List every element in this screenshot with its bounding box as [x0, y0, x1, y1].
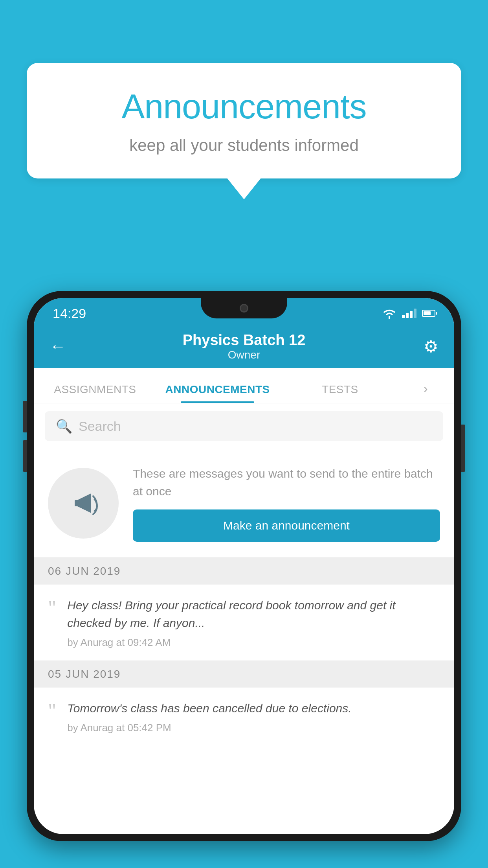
announcement-author-1: by Anurag at 09:42 AM [67, 636, 440, 649]
megaphone-circle [48, 468, 119, 539]
header-title-group: Physics Batch 12 Owner [78, 332, 410, 361]
tab-announcements[interactable]: ANNOUNCEMENTS [156, 383, 279, 403]
volume-down-button[interactable] [23, 440, 27, 472]
svg-rect-1 [75, 500, 79, 506]
user-role: Owner [78, 349, 410, 361]
batch-name: Physics Batch 12 [78, 332, 410, 349]
megaphone-icon [64, 484, 103, 523]
phone-screen: 14:29 [34, 298, 454, 834]
tab-assignments[interactable]: ASSIGNMENTS [34, 383, 156, 403]
date-separator-1: 06 JUN 2019 [34, 558, 454, 585]
tab-tests[interactable]: TESTS [279, 383, 402, 403]
make-announcement-button[interactable]: Make an announcement [133, 509, 440, 542]
wifi-icon [382, 308, 396, 319]
speech-bubble-card: Announcements keep all your students inf… [27, 63, 461, 178]
phone-frame: 14:29 [27, 291, 461, 841]
speech-bubble-section: Announcements keep all your students inf… [27, 63, 461, 199]
phone-notch [201, 298, 287, 318]
settings-icon[interactable]: ⚙ [424, 337, 438, 356]
announcement-content-2: Tomorrow's class has been cancelled due … [67, 699, 440, 734]
date-separator-2: 05 JUN 2019 [34, 661, 454, 688]
phone-wrapper: 14:29 [27, 291, 461, 868]
announcement-item-1[interactable]: " Hey class! Bring your practical record… [34, 585, 454, 661]
status-time: 14:29 [53, 306, 86, 321]
speech-bubble-tail [227, 178, 261, 199]
volume-up-button[interactable] [23, 401, 27, 432]
announcement-content-1: Hey class! Bring your practical record b… [67, 596, 440, 649]
bubble-title: Announcements [58, 86, 430, 127]
search-bar[interactable]: 🔍 Search [45, 411, 443, 441]
tabs-bar: ASSIGNMENTS ANNOUNCEMENTS TESTS › [34, 368, 454, 403]
app-header: ← Physics Batch 12 Owner ⚙ [34, 325, 454, 368]
announcement-prompt: These are messages you want to send to t… [34, 449, 454, 558]
back-button[interactable]: ← [50, 337, 66, 356]
svg-marker-0 [77, 493, 91, 513]
search-icon: 🔍 [56, 418, 72, 434]
quote-icon-2: " [48, 701, 56, 721]
announcement-item-2[interactable]: " Tomorrow's class has been cancelled du… [34, 688, 454, 746]
power-button[interactable] [461, 425, 465, 472]
bubble-subtitle: keep all your students informed [58, 136, 430, 155]
announcement-author-2: by Anurag at 05:42 PM [67, 722, 440, 734]
announcement-text-1: Hey class! Bring your practical record b… [67, 596, 440, 632]
status-icons [382, 308, 435, 319]
search-container: 🔍 Search [34, 403, 454, 449]
search-input[interactable]: Search [79, 419, 121, 434]
battery-icon [422, 310, 435, 317]
prompt-description: These are messages you want to send to t… [133, 465, 440, 500]
battery-fill [424, 311, 431, 315]
quote-icon-1: " [48, 598, 56, 618]
announcement-text-2: Tomorrow's class has been cancelled due … [67, 699, 440, 717]
prompt-content: These are messages you want to send to t… [133, 465, 440, 542]
signal-icon [402, 309, 416, 318]
tab-more[interactable]: › [401, 381, 454, 403]
front-camera [240, 304, 248, 313]
